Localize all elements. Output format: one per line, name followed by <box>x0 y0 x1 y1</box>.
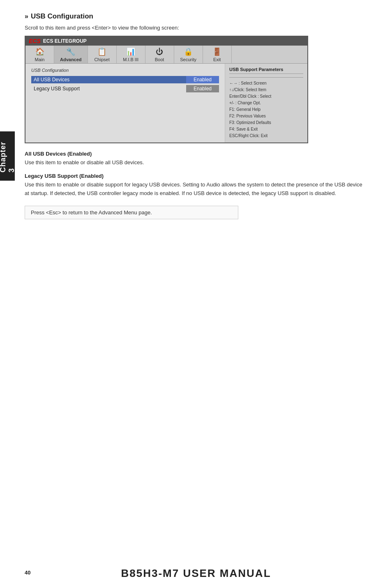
bios-row-label-0: All USB Devices <box>31 76 186 83</box>
bios-brand: ECS ELITEGROUP <box>43 38 87 44</box>
section-heading: » USB Configuration <box>25 12 367 21</box>
bios-section-title: USB Configuration <box>31 68 219 73</box>
bios-help-line: Enter/Dbl Click : Select <box>229 93 303 100</box>
bios-help-line: ←→ : Select Screen <box>229 80 303 87</box>
bios-help-line: +/- : Change Opt. <box>229 100 303 106</box>
section-title: USB Configuration <box>31 12 93 21</box>
bios-nav-chipset[interactable]: 📋Chipset <box>88 46 117 63</box>
desc-heading-0: All USB Devices (Enabled) <box>25 151 367 157</box>
description-section-1: Legacy USB Support (Enabled)Use this ite… <box>25 173 367 198</box>
bios-row-value-1: Enabled <box>186 85 219 92</box>
bios-nav-exit[interactable]: 🚪Exit <box>203 46 232 63</box>
bios-left-panel: USB Configuration All USB DevicesEnabled… <box>25 64 225 142</box>
security-nav-icon: 🔒 <box>184 47 193 56</box>
advanced-nav-icon: 🔧 <box>66 47 75 56</box>
m.i.b iii-nav-icon: 📊 <box>126 47 135 56</box>
chapter-tab-label: Chapter 3 <box>0 140 16 172</box>
bios-nav-advanced[interactable]: 🔧Advanced <box>54 46 88 63</box>
bios-help-line: F4: Save & Exit <box>229 126 303 133</box>
bios-help-title: USB Support Parameters <box>229 67 303 74</box>
intro-text: Scroll to this item and press <Enter> to… <box>25 25 367 31</box>
description-section-0: All USB Devices (Enabled)Use this item t… <box>25 151 367 167</box>
bios-rows: All USB DevicesEnabledLegacy USB Support… <box>31 76 219 92</box>
bios-help-line: F3: Optimized Defaults <box>229 119 303 126</box>
bios-help-lines: ←→ : Select Screen↑↓/Click: Select ItemE… <box>229 77 303 139</box>
bios-help-line: F1: General Help <box>229 106 303 113</box>
bios-right-panel: USB Support Parameters ←→ : Select Scree… <box>225 64 307 142</box>
desc-heading-1: Legacy USB Support (Enabled) <box>25 173 367 179</box>
bios-content: USB Configuration All USB DevicesEnabled… <box>25 64 307 142</box>
esc-note: Press <Esc> to return to the Advanced Me… <box>25 206 238 219</box>
main-nav-icon: 🏠 <box>35 47 44 56</box>
bios-nav-boot[interactable]: ⏻Boot <box>145 46 174 63</box>
desc-text-1: Use this item to enable or disable suppo… <box>25 181 367 198</box>
footer-title: B85H3-M7 USER MANUAL <box>0 567 392 580</box>
exit-nav-icon: 🚪 <box>212 47 221 56</box>
bios-screenshot: ECS ECS ELITEGROUP 🏠Main🔧Advanced📋Chipse… <box>25 36 308 143</box>
bios-row-0[interactable]: All USB DevicesEnabled <box>31 76 219 83</box>
chipset-nav-icon: 📋 <box>97 47 106 56</box>
bios-nav-security[interactable]: 🔒Security <box>174 46 203 63</box>
descriptions-container: All USB Devices (Enabled)Use this item t… <box>25 151 367 198</box>
bios-help-line: F2: Previous Values <box>229 113 303 119</box>
bios-nav: 🏠Main🔧Advanced📋Chipset📊M.I.B III⏻Boot🔒Se… <box>25 46 307 64</box>
desc-text-0: Use this item to enable or disable all U… <box>25 158 367 167</box>
bios-row-1[interactable]: Legacy USB SupportEnabled <box>31 85 219 92</box>
boot-nav-icon: ⏻ <box>156 48 163 56</box>
ecs-logo: ECS <box>29 38 41 44</box>
bios-help-line: ESC/Right Click: Exit <box>229 133 303 139</box>
chevron-icon: » <box>25 13 28 20</box>
bios-help-line: ↑↓/Click: Select Item <box>229 87 303 93</box>
bios-header: ECS ECS ELITEGROUP <box>25 37 307 46</box>
chapter-tab: Chapter 3 <box>0 131 15 181</box>
bios-row-label-1: Legacy USB Support <box>31 85 186 92</box>
bios-row-value-0: Enabled <box>186 76 219 83</box>
bios-nav-m-i-b-iii[interactable]: 📊M.I.B III <box>117 46 145 63</box>
bios-nav-main[interactable]: 🏠Main <box>25 46 54 63</box>
